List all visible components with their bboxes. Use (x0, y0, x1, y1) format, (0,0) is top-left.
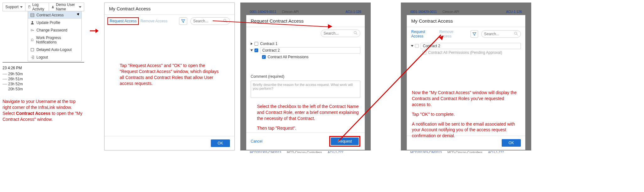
tree-row-role-pending[interactable]: Contract All Permissions (Pending Approv… (411, 50, 521, 55)
window-footer: OK (105, 136, 234, 150)
annotation-text: Select the checkbox to the left of the C… (257, 104, 359, 121)
funnel-icon (472, 32, 476, 36)
tree-row-contract-2[interactable]: Contract 2 (411, 42, 521, 50)
ghost-text: MCD-Cimcon-Controllers (287, 151, 322, 153)
ghost-link: ACU-1-777 (328, 151, 343, 153)
search-input[interactable] (484, 32, 512, 36)
annotation-bold: Contract Access (16, 111, 51, 116)
ghost-text: Cimcon-API (443, 10, 459, 14)
background-overlay: 0001-160429-0011 Cimcon-API ACU-1-126 My… (401, 3, 531, 150)
background-row: 0001-160429-0011 Cimcon-API ACU-1-126 (246, 9, 365, 15)
background-row: 0001-160429-0011 Cimcon-API ACU-1-126 (407, 9, 526, 15)
ghost-link: ACU-1-126 (506, 10, 522, 14)
clipboard-icon (28, 5, 31, 9)
menu-item-contract-access[interactable]: Contract Access (28, 11, 81, 19)
log-activity-button[interactable]: Log Activity (25, 3, 49, 11)
window-title: My Contract Access (105, 3, 234, 15)
svg-rect-10 (31, 48, 34, 51)
menu-label: Update Profile (36, 20, 60, 25)
menu-item-change-password[interactable]: Change Password (28, 26, 81, 34)
annotation-text: Now the "My Contract Access" window will… (412, 90, 519, 108)
person-icon (30, 21, 34, 25)
annotation-panel4: Now the "My Contract Access" window will… (412, 90, 519, 139)
caret-right-icon (251, 42, 253, 45)
window-body: Tap "Request Access" and "OK" to open th… (105, 27, 234, 136)
comment-placeholder: Briefly describe the reason for the acce… (253, 83, 353, 90)
caret-down-icon (411, 45, 413, 47)
menu-label: Contract Access (36, 13, 64, 17)
cancel-button[interactable]: Cancel (251, 139, 262, 144)
funnel-icon (181, 19, 185, 23)
ghost-text: MCD-Cimcon-Controllers (447, 151, 483, 153)
checkbox-icon (30, 48, 34, 52)
person-icon (52, 5, 54, 9)
checkbox[interactable] (423, 51, 426, 54)
svg-point-6 (32, 21, 33, 23)
svg-rect-1 (29, 6, 30, 6)
window-body: Now the "My Contract Access" window will… (407, 57, 525, 136)
checkbox[interactable] (415, 44, 419, 48)
tree-label: Contract 2 (421, 43, 521, 49)
svg-marker-12 (96, 29, 99, 33)
checkbox-checked[interactable]: ✓ (262, 55, 266, 59)
tree-row-role[interactable]: ✓ Contract All Permissions (251, 54, 360, 60)
tab-remove-access[interactable]: Remove Access (140, 19, 167, 23)
grid-icon (30, 13, 34, 17)
tab-remove-access[interactable]: Remove Access (439, 30, 464, 38)
search-input[interactable] (193, 19, 221, 23)
menu-item-delayed-logout[interactable]: Delayed Auto-Logout (28, 46, 81, 54)
window-my-contract-access: My Contract Access Request Access Remove… (104, 3, 235, 150)
highlight-request-access: Request Access (107, 17, 139, 25)
search-field[interactable] (481, 30, 521, 38)
filter-button[interactable] (471, 30, 478, 38)
comment-label: Comment (required) (246, 74, 365, 79)
annotation-text: A notification will be sent to the email… (412, 121, 519, 139)
duration-row: 20h 53m (3, 87, 84, 92)
search-field[interactable] (190, 17, 230, 25)
window-toolbar: Request Access Remove Access (105, 15, 234, 27)
window-toolbar: Request Access Remove Access (407, 27, 525, 41)
request-button[interactable]: Request (331, 138, 359, 145)
ghost-link: 0001-160429-0011 (250, 10, 276, 14)
filter-button[interactable] (179, 17, 187, 25)
tree-row-contract-2[interactable]: ✓ Contract 2 (251, 47, 360, 54)
ok-button[interactable]: OK (211, 139, 230, 147)
menu-item-logout[interactable]: Logout (28, 54, 81, 61)
search-field[interactable] (321, 30, 360, 37)
support-label: Support (5, 5, 19, 9)
tree-label: Contract 2 (260, 47, 360, 54)
tab-request-access[interactable]: Request Access (110, 19, 137, 23)
ok-button[interactable]: OK (502, 139, 521, 147)
comment-textarea[interactable]: Briefly describe the reason for the acce… (251, 81, 360, 98)
duration-value: 23h 52m (8, 82, 23, 86)
dialog-footer: Cancel Request (246, 133, 365, 150)
arrow-right-icon (90, 28, 99, 34)
menu-item-work-progress[interactable]: Work Progress Notifications (28, 34, 81, 46)
dialog-title: Request Contract Access (246, 15, 365, 27)
ghost-link: ACU-1-777 (488, 151, 504, 153)
tab-request-access[interactable]: Request Access (411, 30, 436, 38)
tree-label: Contract All Permissions (Pending Approv… (428, 50, 502, 55)
menu-item-update-profile[interactable]: Update Profile (28, 19, 81, 26)
username-menu-button[interactable]: Demo User Name (49, 3, 84, 11)
svg-rect-3 (31, 14, 34, 17)
checkbox-checked[interactable]: ✓ (254, 48, 258, 52)
search-input[interactable] (324, 31, 352, 36)
annotation-panel2: Tap "Request Access" and "OK" to open th… (120, 63, 223, 87)
annotation-panel3: Select the checkbox to the left of the C… (246, 99, 365, 133)
timestamp-label: 23 4:26 PM (3, 66, 84, 70)
duration-value: 20h 53m (8, 87, 23, 91)
tree-row-contract-1[interactable]: Contract 1 (251, 41, 360, 47)
dialog-request-contract-access: Request Contract Access Contract 1 (246, 15, 365, 150)
menu-label: Change Password (36, 28, 67, 32)
support-menu-button[interactable]: Support (3, 3, 25, 11)
ghost-link: ACU-1-126 (346, 10, 361, 14)
caret-down-icon (250, 49, 253, 51)
search-icon (223, 19, 227, 24)
annotation-panel1: Navigate to your Username at the top rig… (3, 99, 83, 122)
logout-icon (30, 55, 34, 59)
svg-point-2 (52, 6, 53, 7)
duration-row: 26h 51m (3, 76, 84, 82)
ghost-text: Cimcon-API (282, 10, 299, 14)
checkbox[interactable] (254, 42, 258, 46)
